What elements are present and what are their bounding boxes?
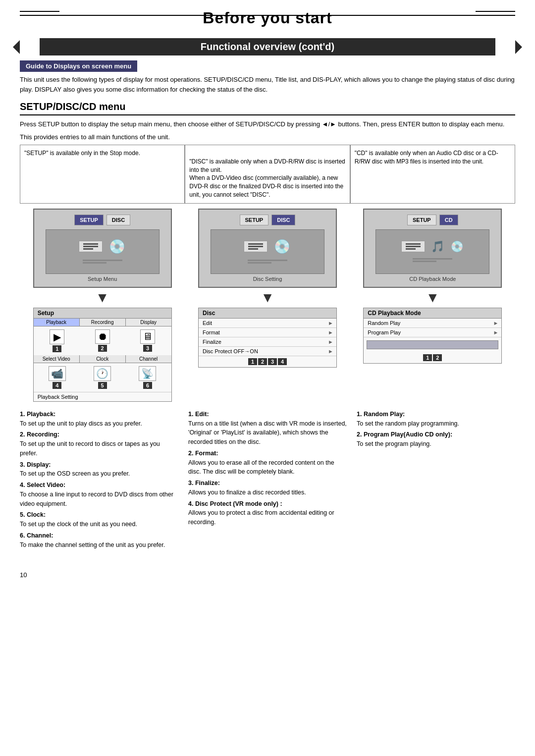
submenu-tab-channel: Channel	[126, 355, 171, 363]
setup-icons-row2: 📹 4 🕐 5 📡 6	[34, 363, 171, 392]
disc-screen-tabs: SETUP DISC	[203, 215, 332, 225]
main-title: Before you start	[203, 9, 332, 27]
cd-menu-random: Random Play ►	[364, 319, 501, 328]
cd-tab-setup: SETUP	[407, 215, 436, 225]
channel-icon: 📡	[139, 366, 156, 381]
disc-num-2: 2	[258, 358, 267, 365]
disc-screen-inner: 💿	[211, 229, 324, 274]
num-2: 2	[98, 345, 107, 352]
setup-icons-row1: ▶ 1 ⏺ 2 🖥 3	[34, 326, 171, 355]
disc-menu-format: Format ►	[199, 328, 336, 337]
setup-item-1: 1. Playback:To set up the unit to play d…	[20, 410, 178, 429]
descriptions-row: 1. Playback:To set up the unit to play d…	[20, 410, 515, 552]
note-col1: "SETUP" is available only in the Stop mo…	[20, 145, 185, 204]
num-5: 5	[98, 382, 107, 389]
disc-desc-col: 1. Edit:Turns on a title list (when a di…	[188, 410, 347, 552]
submenu-tab-display: Display	[126, 319, 171, 326]
disc-screen-label: Disc Setting	[253, 276, 282, 282]
cd-num-badges: 1 2	[364, 352, 501, 363]
disc-tab-disc: DISC	[271, 215, 295, 225]
setup-tab-disc: DISC	[107, 215, 130, 225]
cd-item-2: 2. Program Play(Audio CD only):To set th…	[357, 430, 515, 449]
disc-arrow: ▼	[261, 290, 274, 306]
icon-clock: 🕐 5	[94, 366, 111, 389]
cd-submenu-header: CD Playback Mode	[364, 308, 501, 319]
setup-item-5: 5. Clock:To set up the clock of the unit…	[20, 510, 178, 529]
setup-submenu-tabs: Playback Recording Display	[34, 319, 171, 326]
submenu-tab-recording: Recording	[80, 319, 126, 326]
cd-screen-box: SETUP CD 🎵 💿	[363, 209, 502, 288]
num-6: 6	[143, 382, 152, 389]
disc-menu-protect: Disc Protect OFF→ON ►	[199, 347, 336, 356]
disc-menu-finalize: Finalize ►	[199, 337, 336, 347]
cd-item-1: 1. Random Play:To set the random play pr…	[357, 410, 515, 429]
note-col2: "DISC" is available only when a DVD-R/RW…	[185, 145, 350, 204]
setup-arrow: ▼	[96, 290, 109, 306]
cd-tab-cd: CD	[439, 215, 458, 225]
disc-item-1: 1. Edit:Turns on a title list (when a di…	[188, 410, 347, 447]
section-desc2: This provides entries to all main functi…	[20, 132, 515, 142]
disc-item-2: 2. Format:Allows you to erase all of the…	[188, 449, 347, 477]
disc-item-3: 3. Finalize:Allows you to finalize a dis…	[188, 479, 347, 497]
disc-num-3: 3	[268, 358, 277, 365]
disc-submenu-header: Disc	[199, 308, 336, 319]
disc-submenu: Disc Edit ► Format ► Finalize ► Disc Pro…	[198, 308, 337, 368]
setup-item-2: 2. Recording:To set up the unit to recor…	[20, 430, 178, 458]
section-desc1: Press SETUP button to display the setup …	[20, 119, 515, 129]
submenu-tab-clock: Clock	[80, 355, 126, 363]
submenu-tab-playback: Playback	[34, 319, 80, 326]
num-1: 1	[53, 345, 61, 352]
num-4: 4	[53, 382, 61, 389]
playback-setting-label: Playback Setting	[34, 392, 171, 401]
cd-num-2: 2	[433, 354, 442, 361]
setup-item-3: 3. Display:To set up the OSD screen as y…	[20, 460, 178, 479]
notes-row: "SETUP" is available only in the Stop mo…	[20, 145, 515, 204]
guide-badge: Guide to Displays on screen menu	[20, 60, 137, 72]
screen-lines	[83, 260, 122, 265]
setup-submenu: Setup Playback Recording Display ▶ 1 ⏺	[33, 308, 172, 402]
cd-screen-tabs: SETUP CD	[368, 215, 497, 225]
section-heading: SETUP/DISC/CD menu	[20, 101, 515, 115]
video-icon: 📹	[49, 366, 66, 381]
cd-menu-program: Program Play ►	[364, 328, 501, 337]
cd-screen-label: CD Playback Mode	[409, 276, 456, 282]
cd-screen-col: SETUP CD 🎵 💿	[350, 209, 515, 364]
setup-desc-col: 1. Playback:To set up the unit to play d…	[20, 410, 178, 552]
page-header: Before you start	[0, 0, 535, 31]
setup-item-6: 6. Channel:To make the channel setting o…	[20, 531, 178, 550]
setup-tab-setup: SETUP	[74, 215, 104, 225]
icon-playback: ▶ 1	[50, 329, 64, 352]
disc-menu-edit: Edit ►	[199, 319, 336, 328]
intro-text: This unit uses the following types of di…	[20, 75, 515, 94]
cd-screen-lines	[413, 258, 452, 263]
subtitle-bar: Functional overview (cont'd)	[40, 38, 495, 55]
num-3: 3	[143, 345, 152, 352]
setup-screen-label: Setup Menu	[88, 276, 117, 282]
clock-icon: 🕐	[94, 366, 111, 381]
disc-item-4: 4. Disc Protect (VR mode only) :Allows y…	[188, 499, 347, 527]
cd-submenu: CD Playback Mode Random Play ► Program P…	[363, 308, 502, 364]
disc-screen-lines	[248, 260, 287, 265]
page-number: 10	[20, 571, 27, 579]
setup-screen-tabs: SETUP DISC	[38, 215, 167, 225]
icon-channel: 📡 6	[139, 366, 156, 389]
disc-num-1: 1	[248, 358, 257, 365]
screens-row: SETUP DISC 💿	[20, 209, 515, 402]
subtitle-bar-wrap: Functional overview (cont'd)	[20, 38, 515, 55]
disc-num-badges: 1 2 3 4	[199, 356, 336, 367]
setup-screen-inner: 💿	[46, 229, 160, 274]
cd-desc-col: 1. Random Play:To set the random play pr…	[357, 410, 515, 552]
icon-recording: ⏺ 2	[95, 329, 110, 352]
cd-arrow: ▼	[426, 290, 439, 306]
setup-screen-col: SETUP DISC 💿	[20, 209, 185, 402]
note-col3: "CD" is available only when an Audio CD …	[350, 145, 515, 204]
disc-screen-box: SETUP DISC 💿	[198, 209, 337, 288]
body-content: Guide to Displays on screen menu This un…	[0, 60, 535, 589]
disc-num-4: 4	[278, 358, 287, 365]
setup-screen-box: SETUP DISC 💿	[33, 209, 172, 288]
setup-submenu-header: Setup	[34, 308, 171, 319]
display-icon: 🖥	[140, 329, 155, 344]
cd-num-1: 1	[423, 354, 432, 361]
submenu-tab-selectvideo: Select Video	[34, 355, 80, 363]
setup-submenu-tabs2: Select Video Clock Channel	[34, 355, 171, 363]
